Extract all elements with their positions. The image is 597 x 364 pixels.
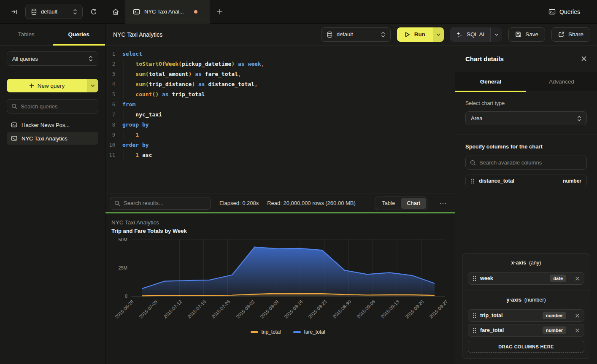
axis-column-item[interactable]: weekdate xyxy=(468,272,584,285)
x-axis-tick-label: 2015-08-16 xyxy=(283,299,303,319)
line-number: 11 xyxy=(105,150,121,160)
share-button-label: Share xyxy=(568,31,583,38)
tab-general-label: General xyxy=(480,78,501,85)
run-database-selector[interactable]: default xyxy=(321,27,391,42)
database-selector[interactable]: default xyxy=(25,5,83,19)
new-query-dropdown[interactable] xyxy=(87,79,98,92)
axis-column-name: week xyxy=(480,275,493,281)
tab-advanced[interactable]: Advanced xyxy=(526,72,597,92)
drag-columns-dropzone[interactable]: DRAG COLUMNS HERE xyxy=(468,341,584,353)
queries-menu-button[interactable]: Queries xyxy=(548,8,597,15)
chart-type-select[interactable]: Area xyxy=(465,111,587,125)
run-database-value: default xyxy=(337,31,353,38)
close-icon xyxy=(581,56,587,62)
query-list-item[interactable]: NYC Taxi Analytics xyxy=(7,132,98,145)
sql-ai-options-button[interactable] xyxy=(490,27,502,42)
new-query-button[interactable]: New query xyxy=(7,79,98,92)
refresh-button[interactable] xyxy=(89,7,99,17)
run-options-button[interactable] xyxy=(433,27,444,42)
chart-view-button[interactable]: Chart xyxy=(401,198,426,209)
tab-general[interactable]: General xyxy=(455,72,526,92)
results-search-input[interactable] xyxy=(124,200,206,206)
home-tab-button[interactable] xyxy=(105,0,125,24)
remove-column-icon[interactable] xyxy=(575,313,580,318)
sql-editor[interactable]: 1select2 toStartOfWeek(pickup_datetime) … xyxy=(105,46,455,194)
code-text: 1 asc xyxy=(121,150,455,160)
close-panel-button[interactable] xyxy=(581,56,587,62)
legend-item-trip_total[interactable]: trip_total xyxy=(251,329,281,335)
x-axis-tick-label: 2015-08-02 xyxy=(235,299,255,319)
query-tab-title: NYC Taxi Anal... xyxy=(144,8,184,15)
new-tab-button[interactable] xyxy=(210,0,230,24)
sql-ai-button[interactable]: SQL AI xyxy=(450,27,490,42)
tab-tables[interactable]: Tables xyxy=(0,24,53,45)
tab-queries-label: Queries xyxy=(68,31,89,38)
query-list-item[interactable]: Hacker News Pos... xyxy=(7,119,98,131)
line-number: 1 xyxy=(105,49,121,59)
code-text: toStartOfWeek(pickup_datetime) as week, xyxy=(121,59,455,69)
remove-column-icon[interactable] xyxy=(575,328,580,333)
legend-item-fare_total[interactable]: fare_total xyxy=(293,329,325,335)
database-icon xyxy=(31,8,37,15)
query-search-input[interactable] xyxy=(21,103,94,110)
legend-label: trip_total xyxy=(261,329,281,335)
code-token: trip_distance xyxy=(149,81,192,87)
axis-column-item[interactable]: trip_totalnumber xyxy=(468,309,584,322)
code-token: fare_total xyxy=(205,71,238,77)
database-selector-value: default xyxy=(41,8,57,15)
run-button-group: Run xyxy=(397,27,444,42)
code-token xyxy=(195,81,198,87)
code-token: from xyxy=(122,101,135,108)
drag-handle-icon[interactable] xyxy=(473,313,476,318)
chevron-down-icon xyxy=(91,84,95,87)
code-token xyxy=(202,71,205,77)
code-text: 1 xyxy=(121,130,455,140)
code-token: nyc_taxi xyxy=(135,111,162,118)
y-axis-heading: y-axis (number) xyxy=(468,296,584,307)
columns-label: Specify columns for the chart xyxy=(465,143,587,150)
area-chart[interactable] xyxy=(131,240,445,297)
drag-handle-icon[interactable] xyxy=(473,276,476,281)
available-columns-list: distance_totalnumber xyxy=(465,175,587,187)
chart-legend: trip_totalfare_total xyxy=(131,329,445,335)
chevron-down-icon xyxy=(436,33,440,36)
collapse-sidebar-button[interactable] xyxy=(9,7,19,17)
y-axis-title: y-axis xyxy=(506,297,521,303)
chart-view-label: Chart xyxy=(407,200,420,206)
code-token: asc xyxy=(142,152,152,158)
drag-handle-icon[interactable] xyxy=(471,178,475,184)
remove-column-icon[interactable] xyxy=(575,276,580,281)
code-token: select xyxy=(122,51,142,57)
axis-column-item[interactable]: fare_totalnumber xyxy=(468,324,584,337)
chart-type-value: Area xyxy=(471,115,482,121)
chart-details-header: Chart details xyxy=(455,46,597,72)
tab-queries[interactable]: Queries xyxy=(53,24,105,45)
line-number: 6 xyxy=(105,100,121,110)
chevron-down-icon xyxy=(494,33,499,36)
sql-ai-label: SQL AI xyxy=(467,31,484,38)
code-token xyxy=(122,152,135,158)
x-axis-tick-label: 2015-07-19 xyxy=(186,299,207,319)
code-token: pickup_datetime xyxy=(182,61,231,67)
results-more-button[interactable]: ··· xyxy=(438,200,449,207)
code-line: 1select xyxy=(105,49,455,59)
save-button[interactable]: Save xyxy=(508,27,545,42)
available-column-item[interactable]: distance_totalnumber xyxy=(465,175,587,187)
run-button[interactable]: Run xyxy=(397,27,433,42)
share-button[interactable]: Share xyxy=(551,27,590,42)
drag-handle-icon[interactable] xyxy=(473,328,476,333)
body-row: Tables Queries All queries New query xyxy=(0,24,597,364)
columns-search-input[interactable] xyxy=(479,159,582,166)
x-axis-tick-label: 2015-07-26 xyxy=(211,299,231,319)
table-view-button[interactable]: Table xyxy=(376,198,401,209)
code-token: group by xyxy=(122,121,149,128)
query-filter-select[interactable]: All queries xyxy=(7,51,98,66)
query-tab[interactable]: NYC Taxi Anal... xyxy=(125,0,210,24)
axes-card: x-axis (any) weekdate y-axis (number) tr… xyxy=(462,253,590,359)
chart-title: NYC Taxi Analytics xyxy=(111,219,455,226)
plot-area[interactable]: 50M 25M 0 2015-06-282015-07-052015-07-12… xyxy=(131,240,445,327)
tab-tables-label: Tables xyxy=(18,31,35,38)
sparkles-icon xyxy=(456,31,463,38)
new-query-main[interactable]: New query xyxy=(7,79,87,92)
code-token: toStartOfWeek( xyxy=(135,61,182,67)
